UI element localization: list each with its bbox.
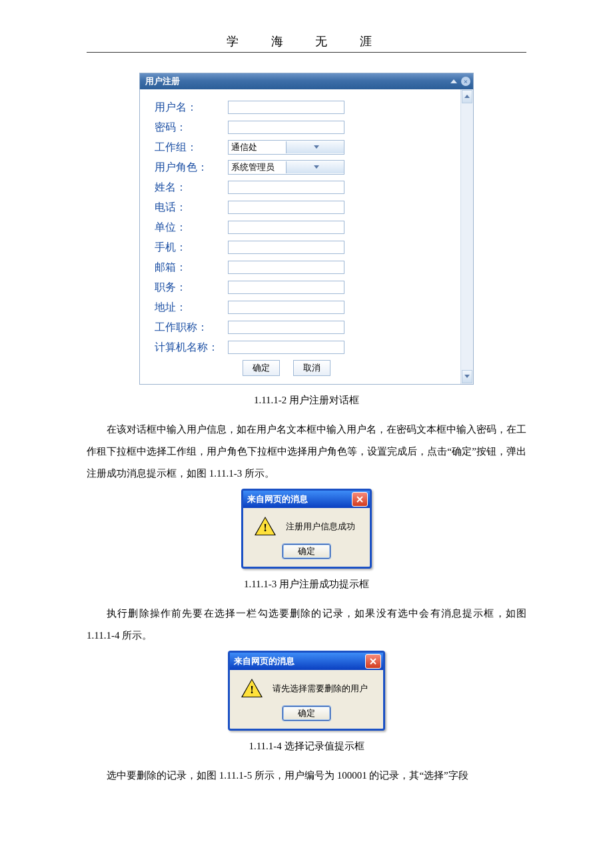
collapse-icon[interactable] [450,79,457,83]
cancel-button[interactable]: 取消 [293,360,330,376]
input-jobtitle[interactable] [228,321,344,334]
select-record-message-box: 来自网页的消息 ! 请先选择需要删除的用户 确定 [228,651,385,731]
msg-title-text: 来自网页的消息 [234,655,295,667]
input-phone[interactable] [228,201,344,214]
paragraph-2: 执行删除操作前先要在选择一栏勾选要删除的记录，如果没有选中会有消息提示框，如图 … [87,603,526,647]
dialog-titlebar: 用户注册 × [140,73,473,89]
close-icon[interactable]: × [461,77,470,86]
msg-ok-button[interactable]: 确定 [283,706,330,721]
input-password[interactable] [228,121,344,134]
warning-icon: ! [255,517,275,536]
label-realname: 姓名： [155,181,228,195]
msg-title-text: 来自网页的消息 [247,493,308,505]
ok-button[interactable]: 确定 [243,360,280,376]
input-address[interactable] [228,301,344,314]
select-role-value: 系统管理员 [229,161,286,173]
scroll-down-icon[interactable] [462,370,472,383]
label-address: 地址： [155,301,228,315]
paragraph-1: 在该对话框中输入用户信息，如在用户名文本框中输入用户名，在密码文本框中输入密码，… [87,419,526,485]
dialog-title: 用户注册 [145,75,180,87]
select-role[interactable]: 系统管理员 [228,160,344,175]
figure-caption-1: 1.11.1-2 用户注册对话框 [87,394,526,407]
input-unit[interactable] [228,221,344,234]
header-rule [87,52,526,53]
warning-icon: ! [242,679,262,698]
label-phone: 电话： [155,201,228,215]
label-email: 邮箱： [155,261,228,275]
label-mobile: 手机： [155,241,228,255]
label-workgroup: 工作组： [155,141,228,155]
select-workgroup[interactable]: 通信处 [228,140,344,155]
chevron-down-icon[interactable] [286,141,344,153]
label-unit: 单位： [155,221,228,235]
input-realname[interactable] [228,181,344,194]
paragraph-3: 选中要删除的记录，如图 1.11.1-5 所示，用户编号为 100001 的记录… [87,765,526,787]
label-password: 密码： [155,121,228,135]
chevron-down-icon[interactable] [286,161,344,173]
close-icon[interactable] [352,492,368,507]
input-email[interactable] [228,261,344,274]
close-icon[interactable] [365,654,381,669]
figure-caption-2: 1.11.1-3 用户注册成功提示框 [87,578,526,591]
label-position: 职务： [155,281,228,295]
figure-caption-3: 1.11.1-4 选择记录值提示框 [87,740,526,753]
page-header: 学 海 无 涯 [0,33,613,49]
msg-titlebar: 来自网页的消息 [243,491,370,508]
success-message-box: 来自网页的消息 ! 注册用户信息成功 确定 [241,489,372,569]
label-username: 用户名： [155,101,228,115]
label-jobtitle: 工作职称： [155,321,228,335]
msg-titlebar: 来自网页的消息 [230,653,383,670]
input-mobile[interactable] [228,241,344,254]
select-workgroup-value: 通信处 [229,141,286,153]
scroll-up-icon[interactable] [462,90,472,103]
scrollbar[interactable] [460,89,473,384]
input-computer[interactable] [228,341,344,354]
user-register-dialog: 用户注册 × 用户名： 密码： 工作组： 通信处 用户角色： 系统管理员 姓名：… [139,73,474,385]
msg-text: 请先选择需要删除的用户 [273,683,368,695]
label-computer: 计算机名称： [155,341,228,355]
input-position[interactable] [228,281,344,294]
msg-ok-button[interactable]: 确定 [283,544,330,559]
msg-text: 注册用户信息成功 [286,521,355,533]
input-username[interactable] [228,101,344,114]
label-role: 用户角色： [155,161,228,175]
